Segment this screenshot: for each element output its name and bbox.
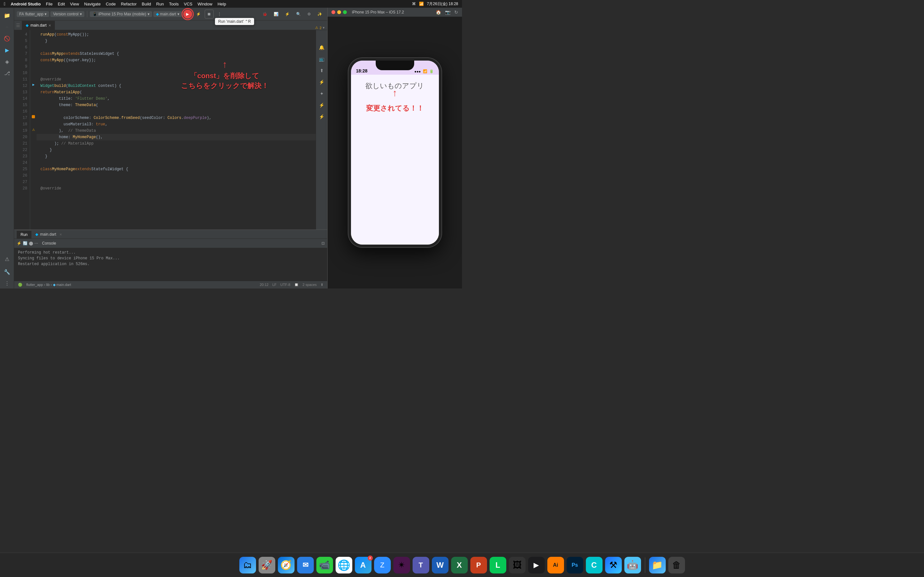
- menu-code[interactable]: Code: [106, 2, 116, 6]
- tab-close-btn[interactable]: ✕: [48, 24, 51, 27]
- sim-home[interactable]: 🏠: [436, 10, 441, 15]
- project-selector[interactable]: FA flutter_app ▾: [17, 11, 49, 17]
- r-icon-flutter3[interactable]: ⚡: [317, 112, 326, 121]
- menu-file[interactable]: File: [46, 2, 53, 6]
- menu-help[interactable]: Help: [218, 2, 226, 6]
- r-icon-device[interactable]: 📺: [317, 55, 326, 63]
- console-tab-close[interactable]: ✕: [59, 233, 62, 236]
- sim-controls: 🏠 📷 ↻: [436, 10, 458, 15]
- traffic-lights: [331, 10, 347, 14]
- menu-vcs[interactable]: VCS: [184, 2, 192, 6]
- breadcrumb-project[interactable]: 🟢: [18, 283, 23, 287]
- indent-type[interactable]: 🔲: [294, 283, 299, 287]
- menu-android-studio[interactable]: Android Studio: [11, 2, 41, 6]
- iphone-container: DEBUG 18:28 ●●● 📶 🔋 欲しいものアプリ ↑ 変更されてる！！: [328, 17, 462, 288]
- run-button[interactable]: ▶: [183, 10, 192, 19]
- cursor-position[interactable]: 20:12: [260, 283, 268, 287]
- sidebar-icon-git[interactable]: ⎇: [2, 68, 12, 78]
- console-line-1: Performing hot restart...: [18, 250, 323, 255]
- sidebar-icon-folder[interactable]: 📁: [2, 10, 12, 21]
- editor-area: FA flutter_app ▾ Version control ▾ 📱 iPh…: [14, 8, 327, 288]
- sidebar-icon-run[interactable]: ▶: [2, 45, 12, 55]
- debug-badge: DEBUG: [439, 58, 441, 67]
- expand-warnings[interactable]: ▾: [323, 26, 325, 30]
- r-icon-share[interactable]: ⬆: [317, 66, 326, 75]
- status-bar-right: 20:12 LF UTF-8 🔲 2 spaces ⬆: [260, 283, 323, 287]
- code-content[interactable]: runApp(const MyApp()); } class MyApp ext…: [37, 30, 316, 229]
- console-tab-run[interactable]: Run: [17, 230, 31, 239]
- code-line-10: [37, 70, 316, 76]
- git-push[interactable]: ⬆: [320, 283, 323, 287]
- console-icon-2[interactable]: 🔄: [23, 241, 27, 245]
- menu-refactor[interactable]: Refactor: [121, 2, 137, 6]
- main-layout: 📁 ⋯ 🚫 ▶ ◈ ⎇ ⚠ 🔧 ⋮ FA flutter_app ▾ Versi…: [0, 8, 462, 288]
- breadcrumb: flutter_app › lib › ◆ main.dart: [26, 283, 71, 287]
- toolbar-btn-6[interactable]: ⋮: [215, 10, 224, 19]
- sidebar-icon-no-wifi[interactable]: 🚫: [2, 33, 12, 44]
- simulator-titlebar: iPhone 15 Pro Max – iOS 17.2 🏠 📷 ↻: [328, 8, 462, 17]
- r-icon-flutter2[interactable]: ⚡: [317, 101, 326, 110]
- menu-window[interactable]: Window: [198, 2, 212, 6]
- sim-rotate[interactable]: ↻: [454, 10, 458, 15]
- menu-run[interactable]: Run: [156, 2, 164, 6]
- sidebar-icon-diamond[interactable]: ◈: [2, 56, 12, 67]
- menu-edit[interactable]: Edit: [58, 2, 65, 6]
- ai-btn[interactable]: ✨: [315, 10, 325, 19]
- line-ending[interactable]: LF: [272, 283, 276, 287]
- menu-view[interactable]: View: [70, 2, 79, 6]
- coverage-btn[interactable]: ⚡: [282, 10, 292, 19]
- open-files-btn[interactable]: ☰: [14, 21, 22, 30]
- r-icon-notifications[interactable]: 🔔: [317, 43, 326, 52]
- sidebar-icon-git2[interactable]: ⋮: [2, 278, 12, 288]
- stop-button[interactable]: ■: [205, 10, 214, 19]
- settings-btn[interactable]: ⚙: [305, 10, 313, 19]
- dart-file-icon: ◆: [156, 12, 159, 16]
- code-line-26: [37, 172, 316, 179]
- main-tab-label: main.dart: [40, 232, 56, 237]
- main-dart-tab[interactable]: ◆ main.dart ✕: [22, 21, 55, 30]
- sidebar-icon-warning[interactable]: ⚠: [2, 254, 12, 264]
- console-menu[interactable]: ⋯: [34, 241, 38, 245]
- menu-navigate[interactable]: Navigate: [84, 2, 100, 6]
- console-tab-main[interactable]: ◆ main.dart ✕: [31, 230, 66, 239]
- maximize-button[interactable]: [343, 10, 347, 14]
- iphone-up-arrow: ↑: [393, 87, 397, 98]
- close-button[interactable]: [331, 10, 335, 14]
- indent-size[interactable]: 2 spaces: [302, 283, 317, 287]
- device-dropdown: ▾: [148, 12, 150, 16]
- code-line-27: [37, 179, 316, 185]
- profile-btn[interactable]: 📊: [271, 10, 281, 19]
- r-icon-flutter[interactable]: ⚡: [317, 77, 326, 87]
- sidebar-icon-dots[interactable]: ⋯: [2, 22, 12, 32]
- r-icon-star[interactable]: ✦: [317, 89, 326, 98]
- project-icon: FA: [19, 12, 24, 16]
- version-control-selector[interactable]: Version control ▾: [50, 11, 84, 17]
- gutter: ▶ ⚠: [30, 30, 37, 229]
- attach-btn[interactable]: 🐞: [260, 10, 270, 19]
- iphone-notch: [376, 61, 414, 70]
- simulator-panel: iPhone 15 Pro Max – iOS 17.2 🏠 📷 ↻ DEBUG…: [327, 8, 462, 288]
- menu-tools[interactable]: Tools: [169, 2, 179, 6]
- apple-menu[interactable]: : [4, 1, 5, 6]
- dropdown-arrow: ▾: [45, 12, 47, 16]
- search-btn[interactable]: 🔍: [294, 10, 304, 19]
- console-icon-3[interactable]: ⬤: [29, 241, 33, 245]
- code-line-22: }: [37, 147, 316, 153]
- warning-badge: ⚠: [315, 26, 318, 30]
- code-line-9: [37, 63, 316, 70]
- console-expand[interactable]: ⊡: [321, 241, 325, 245]
- iphone-changed-text: 変更されてる！！: [366, 103, 424, 113]
- toolbar-btn-5[interactable]: ⚡: [194, 10, 204, 19]
- console-icon-1[interactable]: ⚡: [17, 241, 21, 245]
- file-selector[interactable]: ◆ main.dart ▾: [153, 11, 182, 17]
- sidebar-icon-stack[interactable]: 🔧: [2, 267, 12, 277]
- device-selector[interactable]: 📱 iPhone 15 Pro Max (mobile) ▾: [90, 11, 152, 17]
- run-tab-label: Run: [21, 232, 27, 237]
- annotation-overlay: ↑ 「const」を削除してこちらをクリックで解決！: [181, 62, 268, 91]
- minimize-button[interactable]: [337, 10, 341, 14]
- left-sidebar: 📁 ⋯ 🚫 ▶ ◈ ⎇ ⚠ 🔧 ⋮: [0, 8, 14, 288]
- menu-build[interactable]: Build: [142, 2, 151, 6]
- code-line-15: theme: ThemeData(: [37, 102, 316, 108]
- sim-screenshot[interactable]: 📷: [445, 10, 451, 15]
- charset[interactable]: UTF-8: [280, 283, 290, 287]
